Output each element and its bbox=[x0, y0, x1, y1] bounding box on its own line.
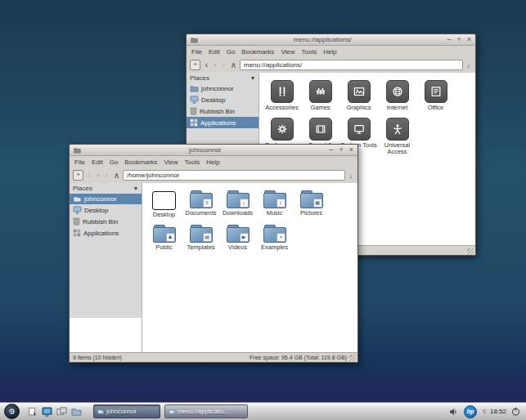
task-buttons: johnconnor menu://applicatio... bbox=[93, 404, 248, 418]
network-icon[interactable]: ↑↓ bbox=[482, 408, 485, 415]
folder-examples[interactable]: ▪ Examples bbox=[256, 225, 293, 252]
menu-edit[interactable]: Edit bbox=[88, 159, 106, 166]
desktop-icon bbox=[73, 206, 82, 214]
close-icon[interactable]: × bbox=[467, 36, 471, 43]
back-icon: ‹ bbox=[86, 171, 93, 181]
menu-go[interactable]: Go bbox=[223, 48, 239, 56]
menubar: File Edit Go Bookmarks View Tools Help bbox=[70, 156, 357, 168]
menu-go[interactable]: Go bbox=[106, 159, 122, 166]
sidebar-item-applications[interactable]: Applications bbox=[187, 117, 259, 128]
folder-pictures[interactable]: ▦ Pictures bbox=[293, 190, 330, 219]
menu-button[interactable] bbox=[4, 404, 20, 419]
public-folder-icon: ♟ bbox=[153, 225, 176, 243]
app-category-internet[interactable]: Internet bbox=[378, 80, 416, 112]
status-item-count: 9 items (10 hidden) bbox=[73, 355, 122, 360]
places-header[interactable]: Places ▾ bbox=[187, 73, 259, 83]
menu-bookmarks[interactable]: Bookmarks bbox=[121, 159, 160, 166]
jump-to-icon[interactable]: ↓ bbox=[465, 61, 473, 69]
download-emblem-icon: ↓ bbox=[240, 199, 249, 208]
file-manager-launcher-icon[interactable] bbox=[41, 405, 53, 418]
menu-tools[interactable]: Tools bbox=[182, 159, 204, 166]
new-tab-icon[interactable]: + bbox=[73, 170, 83, 181]
menu-help[interactable]: Help bbox=[203, 159, 223, 166]
folder-public[interactable]: ♟ Public bbox=[146, 225, 182, 252]
folder-templates[interactable]: ▤ Templates bbox=[182, 225, 219, 252]
windows-launcher-icon[interactable] bbox=[56, 405, 68, 418]
desktop[interactable]: menu://applications/ – + × File Edit Go … bbox=[0, 0, 526, 420]
folder-music[interactable]: ♪ Music bbox=[256, 190, 293, 219]
taskbar-button-applications[interactable]: menu://applicatio... bbox=[164, 404, 248, 418]
minimize-icon[interactable]: – bbox=[447, 36, 451, 43]
show-desktop-launcher-icon[interactable] bbox=[26, 405, 38, 418]
folder-desktop[interactable]: Desktop bbox=[146, 190, 182, 219]
menu-view[interactable]: View bbox=[160, 159, 181, 166]
videos-folder-icon: ▶ bbox=[227, 225, 250, 243]
documents-folder-icon: ≡ bbox=[190, 190, 213, 208]
home-window: johnconnor – + × File Edit Go Bookmarks … bbox=[69, 144, 358, 363]
menu-file[interactable]: File bbox=[71, 159, 88, 166]
home-titlebar[interactable]: johnconnor – + × bbox=[70, 145, 357, 156]
app-category-games[interactable]: Games bbox=[301, 80, 339, 112]
graphics-icon bbox=[348, 80, 371, 103]
menu-help[interactable]: Help bbox=[320, 48, 339, 56]
clock[interactable]: 18:52 bbox=[490, 408, 506, 415]
photo-emblem-icon: ▦ bbox=[313, 199, 322, 208]
maximize-icon[interactable]: + bbox=[456, 36, 461, 43]
new-tab-icon[interactable]: + bbox=[190, 60, 200, 70]
power-icon[interactable] bbox=[511, 407, 520, 416]
resize-grip[interactable] bbox=[349, 355, 356, 361]
menu-view[interactable]: View bbox=[277, 48, 298, 56]
menu-tools[interactable]: Tools bbox=[299, 48, 321, 56]
monitor-icon bbox=[348, 118, 371, 141]
back-icon[interactable]: ‹ bbox=[203, 60, 210, 70]
home-statusbar: 9 items (10 hidden) Free space: 95.4 GB … bbox=[70, 352, 357, 362]
maximize-icon[interactable]: + bbox=[339, 146, 343, 154]
toolbar: + ‹ ▾ › ∧ /home/johnconnor ↓ bbox=[70, 168, 357, 183]
games-icon bbox=[309, 80, 332, 103]
menu-edit[interactable]: Edit bbox=[205, 48, 223, 56]
jump-to-icon[interactable]: ↓ bbox=[348, 172, 355, 180]
places-header[interactable]: Places ▾ bbox=[70, 183, 142, 194]
location-bar[interactable]: /home/johnconnor bbox=[123, 170, 345, 181]
task-window-icon bbox=[97, 409, 104, 414]
close-icon[interactable]: × bbox=[349, 146, 353, 154]
sidebar-item-rubbish-bin[interactable]: Rubbish Bin bbox=[70, 216, 142, 227]
person-emblem-icon: ♟ bbox=[166, 233, 175, 242]
hp-logo-icon[interactable]: hp bbox=[464, 405, 477, 418]
window-title: johnconnor bbox=[83, 146, 326, 154]
gear-icon bbox=[271, 118, 294, 141]
app-category-office[interactable]: Office bbox=[416, 80, 455, 112]
trash-icon bbox=[190, 107, 197, 115]
taskbar-button-johnconnor[interactable]: johnconnor bbox=[93, 404, 160, 418]
menu-file[interactable]: File bbox=[188, 48, 205, 56]
video-emblem-icon: ▶ bbox=[240, 233, 249, 242]
location-bar[interactable]: menu://applications/ bbox=[240, 60, 463, 70]
examples-folder-icon: ▪ bbox=[263, 225, 286, 243]
sidebar-item-johnconnor[interactable]: johnconnor bbox=[70, 194, 142, 204]
sidebar-item-desktop[interactable]: Desktop bbox=[70, 204, 142, 216]
app-category-universal-access[interactable]: Universal Access bbox=[378, 118, 416, 156]
app-category-accessories[interactable]: Accessories bbox=[263, 80, 301, 112]
system-tray: hp ↑↓ 18:52 bbox=[449, 405, 522, 418]
sidebar-item-johnconnor[interactable]: johnconnor bbox=[187, 83, 259, 94]
menu-bookmarks[interactable]: Bookmarks bbox=[238, 48, 277, 56]
app-category-graphics[interactable]: Graphics bbox=[339, 80, 378, 112]
home-file-area[interactable]: Desktop ≡ Documents ↓ Downloads ♪ Music … bbox=[142, 183, 357, 352]
places-sidebar: Places ▾ johnconnor Desktop Rubbish Bin bbox=[70, 183, 142, 352]
folder-launcher-icon[interactable] bbox=[70, 405, 83, 418]
applications-icon bbox=[190, 118, 198, 127]
sidebar-item-applications[interactable]: Applications bbox=[70, 227, 142, 239]
minimize-icon[interactable]: – bbox=[329, 146, 333, 154]
folder-videos[interactable]: ▶ Videos bbox=[219, 225, 256, 252]
applications-titlebar[interactable]: menu://applications/ – + × bbox=[187, 34, 475, 46]
volume-icon[interactable] bbox=[449, 408, 459, 416]
up-icon[interactable]: ∧ bbox=[113, 171, 120, 181]
folder-documents[interactable]: ≡ Documents bbox=[182, 190, 219, 219]
up-icon[interactable]: ∧ bbox=[230, 60, 237, 70]
sidebar-item-rubbish-bin[interactable]: Rubbish Bin bbox=[187, 105, 259, 117]
places-expander-icon: ▾ bbox=[251, 74, 254, 82]
folder-downloads[interactable]: ↓ Downloads bbox=[219, 190, 256, 219]
task-window-icon bbox=[169, 409, 175, 414]
sidebar-item-desktop[interactable]: Desktop bbox=[187, 94, 259, 105]
resize-grip[interactable] bbox=[467, 248, 474, 255]
